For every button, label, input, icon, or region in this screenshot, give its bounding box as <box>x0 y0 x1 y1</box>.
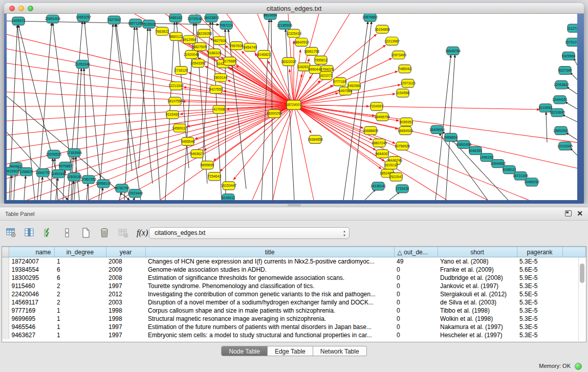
table-row[interactable]: 969969511998Structural magnetic resonanc… <box>2 315 586 323</box>
edge[interactable] <box>116 24 141 200</box>
table-cell[interactable]: 5.3E-5 <box>517 323 562 331</box>
graph-node[interactable]: 18724007 <box>286 100 301 110</box>
graph-node[interactable]: 8427552 <box>209 85 223 94</box>
graph-node[interactable]: 9227349 <box>558 67 572 75</box>
graph-node[interactable]: 8860123 <box>169 32 183 40</box>
graph-node[interactable]: 1527602 <box>107 16 121 24</box>
graph-node[interactable]: 7204997 <box>370 102 384 111</box>
table-row[interactable]: 1938455462009Genome-wide association stu… <box>2 266 586 274</box>
edge[interactable] <box>84 21 101 189</box>
table-cell[interactable]: 9699695 <box>9 315 54 323</box>
graph-node[interactable]: 17353964 <box>67 148 82 157</box>
table-row[interactable]: 977716911998Corpus callosum shape and si… <box>2 307 586 315</box>
table-cell[interactable]: 5.3E-5 <box>517 298 562 307</box>
table-cell[interactable]: Yano et al. (2008) <box>438 257 517 266</box>
graph-node[interactable]: 10973493 <box>391 51 406 59</box>
table-cell[interactable]: 2 <box>54 290 106 298</box>
graph-node[interactable]: 9827509 <box>193 42 207 51</box>
graph-node[interactable]: 18322037 <box>281 57 296 65</box>
table-cell[interactable]: 5.3E-5 <box>517 331 562 339</box>
table-cell[interactable]: 2 <box>54 298 106 307</box>
table-cell[interactable]: 0 <box>394 298 438 307</box>
graph-node[interactable]: 9975887 <box>59 162 73 170</box>
table-cell[interactable]: 9115460 <box>9 282 54 290</box>
graph-node[interactable]: 12923448 <box>127 189 143 198</box>
table-cell[interactable]: 0 <box>394 307 438 315</box>
edge[interactable] <box>286 29 294 200</box>
graph-node[interactable]: 7955812 <box>314 56 328 64</box>
graph-node[interactable]: 18300295 <box>267 110 282 118</box>
graph-node[interactable]: 20691406 <box>45 15 60 23</box>
graph-node[interactable]: 10465252 <box>524 178 539 186</box>
graph-node[interactable]: 9046391 <box>469 146 483 155</box>
table-settings-icon[interactable] <box>4 226 18 240</box>
scrollbar-thumb[interactable] <box>580 264 584 283</box>
table-cell[interactable]: Stergiakouli et al. (2012) <box>438 290 517 298</box>
edge[interactable] <box>565 102 577 109</box>
graph-node[interactable]: 9958854 <box>444 133 458 141</box>
row-height-icon[interactable] <box>60 226 74 240</box>
graph-node[interactable]: 1112722 <box>567 24 577 32</box>
table-cell[interactable]: Genome-wide association studies in ADHD. <box>145 266 394 274</box>
table-cell[interactable]: 49 <box>394 257 438 266</box>
table-cell[interactable]: 1 <box>54 331 106 339</box>
table-cell[interactable]: 1997 <box>106 323 145 331</box>
table-cell[interactable]: 2012 <box>106 290 145 298</box>
table-cell[interactable]: Corpus callosum shape and size in male p… <box>145 307 394 315</box>
graph-node[interactable]: 16648784 <box>445 47 461 55</box>
table-cell[interactable]: 14569117 <box>9 298 54 307</box>
table-cell[interactable]: Nakamura et al. (1997) <box>438 323 517 331</box>
table-cell[interactable]: 5.3E-5 <box>517 307 562 315</box>
column-header-pagerank[interactable]: pagerank <box>517 247 562 257</box>
edge[interactable] <box>225 29 226 200</box>
table-cell[interactable]: 5.6E-5 <box>517 266 562 274</box>
graph-node[interactable]: 9329966 <box>562 52 576 60</box>
edge[interactable] <box>570 73 577 80</box>
graph-node[interactable]: 8095951 <box>400 118 413 126</box>
graph-node[interactable]: 2803144 <box>214 74 228 82</box>
table-cell[interactable]: Tourette syndrome. Phenomenology and cla… <box>145 282 394 290</box>
graph-node[interactable]: 16153447 <box>221 182 236 190</box>
column-header-in_degree[interactable]: in_degree <box>54 247 106 257</box>
column-header-year[interactable]: year <box>106 247 145 257</box>
graph-node[interactable]: 10756928 <box>395 142 410 150</box>
table-cell[interactable]: 2003 <box>106 298 145 307</box>
graph-node[interactable]: 16958107 <box>96 180 111 188</box>
table-cell[interactable]: Structural magnetic resonance image aver… <box>145 315 394 323</box>
table-cell[interactable]: 18724007 <box>9 257 54 266</box>
graph-node[interactable]: 9699695 <box>201 161 214 169</box>
table-cell[interactable]: 2 <box>54 282 106 290</box>
graph-node[interactable]: 12973115 <box>400 79 416 87</box>
column-header-out_de[interactable]: △ out_de... <box>394 247 438 257</box>
graph-node[interactable]: 9245011 <box>222 194 235 200</box>
network-graph[interactable]: 2405572206914061065325715276021667135575… <box>7 14 577 200</box>
graph-node[interactable]: 1496152 <box>480 153 494 161</box>
graph-node[interactable]: 16961758 <box>304 47 319 55</box>
table-cell[interactable]: 5.5E-5 <box>517 290 562 298</box>
edge[interactable] <box>7 105 294 149</box>
graph-node[interactable]: 11451944 <box>51 170 66 178</box>
edge[interactable] <box>183 23 194 200</box>
table-cell[interactable]: 5.3E-5 <box>517 257 562 266</box>
graph-node[interactable]: 7254642 <box>208 172 222 181</box>
graph-node[interactable]: 16409954 <box>429 125 445 134</box>
graph-node[interactable]: 16033803 <box>204 14 219 22</box>
close-panel-icon[interactable]: ✕ <box>577 209 583 217</box>
edge[interactable] <box>11 176 12 200</box>
table-cell[interactable]: Estimation of significance thresholds fo… <box>145 274 394 282</box>
edge[interactable] <box>365 189 376 200</box>
table-cell[interactable]: 5.3E-5 <box>517 315 562 323</box>
select-rows-icon[interactable] <box>41 226 56 240</box>
graph-node[interactable]: 18807249 <box>372 139 387 147</box>
graph-node[interactable]: 14136141 <box>371 182 386 190</box>
graph-node[interactable]: 13942757 <box>35 169 51 177</box>
edge[interactable] <box>233 105 294 180</box>
column-header-short[interactable]: short <box>438 247 517 257</box>
table-cell[interactable]: 2008 <box>106 257 145 266</box>
table-cell[interactable]: 0 <box>394 274 438 282</box>
table-cell[interactable]: 0 <box>394 282 438 290</box>
graph-node[interactable]: 12213967 <box>384 37 400 45</box>
edge[interactable] <box>40 177 42 200</box>
graph-node[interactable]: 20206526 <box>46 150 61 158</box>
graph-node[interactable]: 8454749 <box>244 43 257 51</box>
